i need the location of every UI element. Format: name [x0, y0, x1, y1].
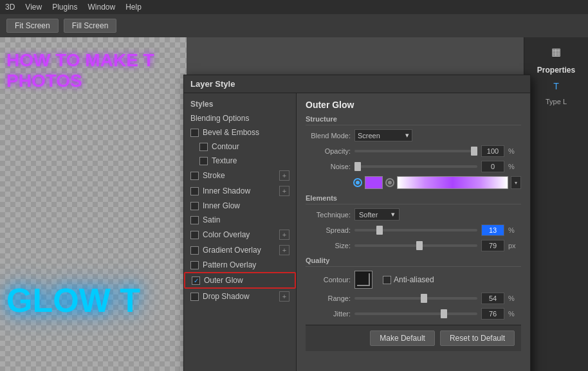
range-row: Range: 54 %	[306, 293, 521, 304]
jitter-slider[interactable]	[354, 309, 477, 318]
stroke-checkbox[interactable]	[190, 172, 199, 180]
inner-glow-checkbox[interactable]	[190, 202, 199, 210]
fit-screen-button[interactable]: Fit Screen	[6, 19, 59, 33]
spread-slider[interactable]	[354, 226, 477, 235]
outer-glow-label: Outer Glow	[204, 276, 243, 285]
make-default-button[interactable]: Make Default	[370, 330, 435, 346]
color-overlay-add-icon[interactable]: +	[279, 230, 289, 240]
contour-item[interactable]: Contour	[184, 140, 296, 154]
gradient-overlay-item[interactable]: Gradient Overlay +	[184, 242, 296, 258]
inner-glow-item[interactable]: Inner Glow	[184, 199, 296, 213]
styles-panel: Styles Blending Options Bevel & Emboss C…	[184, 93, 297, 371]
contour-swatch[interactable]	[354, 271, 372, 289]
color-row: ▾	[306, 176, 521, 189]
gradient-radio[interactable]	[385, 178, 394, 187]
opacity-slider[interactable]	[354, 147, 477, 156]
blending-options-item[interactable]: Blending Options	[184, 111, 296, 125]
color-overlay-item[interactable]: Color Overlay +	[184, 227, 296, 242]
pattern-overlay-checkbox[interactable]	[190, 261, 199, 269]
stroke-label: Stroke	[203, 171, 225, 180]
toolbar: Fit Screen Fill Screen	[0, 14, 588, 37]
blending-options-label: Blending Options	[190, 114, 249, 123]
gradient-overlay-label: Gradient Overlay	[203, 246, 261, 255]
satin-checkbox[interactable]	[190, 216, 199, 224]
structure-header: Structure	[306, 115, 521, 125]
reset-to-default-button[interactable]: Reset to Default	[440, 330, 515, 346]
noise-label: Noise:	[306, 163, 351, 170]
color-swatch[interactable]	[365, 176, 383, 189]
blend-mode-dropdown[interactable]: Screen ▾	[354, 129, 412, 141]
inner-glow-label: Inner Glow	[203, 201, 240, 210]
jitter-handle[interactable]	[441, 309, 447, 318]
texture-label: Texture	[212, 156, 237, 165]
contour-checkbox[interactable]	[199, 143, 208, 151]
elements-header: Elements	[306, 194, 521, 204]
inner-shadow-item[interactable]: Inner Shadow +	[184, 183, 296, 199]
menu-help[interactable]: Help	[125, 3, 142, 12]
styles-header: Styles	[184, 97, 296, 111]
menu-view[interactable]: View	[25, 3, 42, 12]
technique-label: Technique:	[306, 211, 351, 219]
opacity-input[interactable]: 100	[481, 145, 504, 157]
outer-glow-title: Outer Glow	[306, 100, 521, 110]
anti-aliased-checkbox[interactable]	[383, 276, 391, 284]
technique-dropdown[interactable]: Softer ▾	[354, 208, 400, 221]
drop-shadow-item[interactable]: Drop Shadow +	[184, 289, 296, 304]
stroke-item[interactable]: Stroke +	[184, 168, 296, 183]
opacity-unit: %	[508, 147, 521, 155]
gradient-overlay-checkbox[interactable]	[190, 246, 199, 255]
menu-3d[interactable]: 3D	[5, 3, 15, 12]
fill-screen-button[interactable]: Fill Screen	[64, 19, 117, 33]
spread-input[interactable]: 13	[481, 224, 504, 236]
panel-icon-type[interactable]: T	[546, 76, 567, 96]
jitter-input[interactable]: 76	[481, 308, 504, 320]
technique-chevron: ▾	[391, 210, 395, 219]
opacity-handle[interactable]	[471, 147, 477, 156]
bevel-emboss-checkbox[interactable]	[190, 129, 199, 137]
inner-shadow-checkbox[interactable]	[190, 187, 199, 195]
quality-header: Quality	[306, 257, 521, 267]
pattern-overlay-item[interactable]: Pattern Overlay	[184, 258, 296, 272]
outer-glow-item[interactable]: ✓ Outer Glow	[184, 272, 296, 289]
inner-shadow-label: Inner Shadow	[203, 186, 250, 195]
inner-shadow-add-icon[interactable]: +	[279, 186, 289, 196]
spread-unit: %	[508, 226, 521, 234]
range-input[interactable]: 54	[481, 293, 504, 304]
bevel-emboss-item[interactable]: Bevel & Emboss	[184, 125, 296, 140]
range-slider[interactable]	[354, 294, 477, 303]
spread-row: Spread: 13 %	[306, 224, 521, 236]
range-handle[interactable]	[421, 294, 427, 303]
size-slider[interactable]	[354, 241, 477, 250]
contour-row: Contour: Anti-aliased	[306, 271, 521, 289]
menu-plugins[interactable]: Plugins	[52, 3, 77, 12]
gradient-bar[interactable]	[397, 176, 508, 189]
noise-unit: %	[508, 163, 521, 170]
anti-aliased-label: Anti-aliased	[394, 275, 434, 284]
stroke-add-icon[interactable]: +	[279, 170, 289, 181]
color-overlay-checkbox[interactable]	[190, 231, 199, 239]
noise-slider[interactable]	[354, 162, 477, 171]
noise-input[interactable]: 0	[481, 161, 504, 172]
drop-shadow-checkbox[interactable]	[190, 293, 199, 301]
solid-color-radio[interactable]	[353, 178, 362, 187]
opacity-label: Opacity:	[306, 147, 351, 155]
contour-label: Contour:	[306, 276, 351, 284]
size-handle[interactable]	[416, 241, 423, 250]
gradient-overlay-add-icon[interactable]: +	[279, 245, 289, 255]
spread-handle[interactable]	[376, 226, 383, 235]
canvas-glow-text: GLOW T	[6, 281, 140, 320]
drop-shadow-add-icon[interactable]: +	[279, 291, 289, 302]
panel-icon-properties[interactable]: ▦	[546, 41, 567, 62]
jitter-label: Jitter:	[306, 310, 351, 318]
texture-checkbox[interactable]	[199, 157, 208, 165]
noise-handle[interactable]	[354, 162, 361, 171]
outer-glow-checkbox[interactable]: ✓	[192, 276, 200, 285]
gradient-dropdown[interactable]: ▾	[511, 176, 521, 189]
satin-item[interactable]: Satin	[184, 213, 296, 227]
size-input[interactable]: 79	[481, 240, 504, 251]
texture-item[interactable]: Texture	[184, 154, 296, 168]
size-unit: px	[508, 242, 521, 249]
menu-window[interactable]: Window	[88, 3, 116, 12]
satin-label: Satin	[203, 215, 220, 224]
size-label: Size:	[306, 242, 351, 249]
